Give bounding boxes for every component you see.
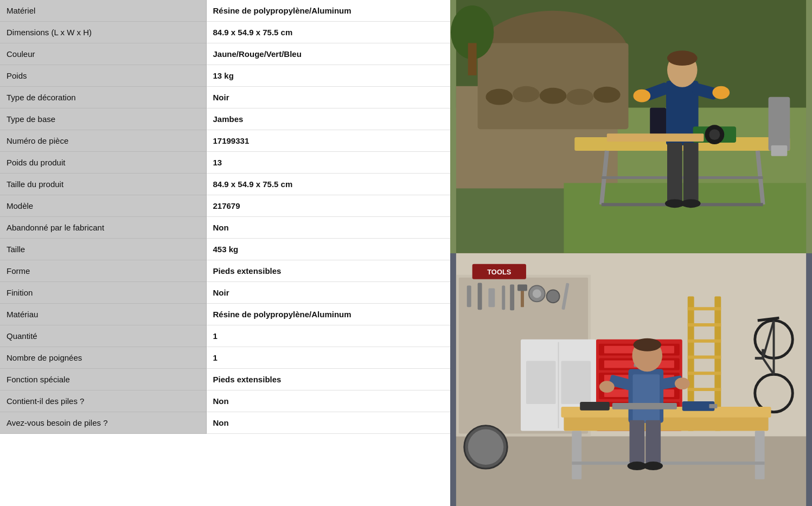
svg-rect-95	[755, 431, 765, 479]
svg-point-6	[513, 86, 540, 103]
spec-label: Avez-vous besoin de piles ?	[0, 412, 206, 434]
table-row: Numéro de pièce17199331	[0, 130, 450, 152]
spec-value: Non	[206, 217, 450, 239]
spec-label: Poids du produit	[0, 152, 206, 174]
spec-label: Contient-il des piles ?	[0, 390, 206, 412]
svg-rect-45	[488, 288, 495, 307]
spec-label: Taille du produit	[0, 174, 206, 195]
image-top	[450, 0, 812, 253]
spec-value: 453 kg	[206, 239, 450, 260]
table-row: MatérielRésine de polypropylène/Aluminum	[0, 0, 450, 22]
svg-rect-33	[607, 133, 704, 142]
spec-label: Numéro de pièce	[0, 130, 206, 152]
spec-value: 1	[206, 325, 450, 347]
svg-rect-22	[683, 143, 699, 202]
spec-value: Jambes	[206, 108, 450, 130]
spec-label: Matériau	[0, 304, 206, 325]
table-row: Type de décorationNoir	[0, 87, 450, 108]
svg-rect-73	[561, 361, 591, 403]
spec-label: Modèle	[0, 195, 206, 217]
svg-rect-34	[769, 97, 790, 151]
svg-rect-46	[502, 285, 505, 310]
spec-value: 217679	[206, 195, 450, 217]
spec-label: Taille	[0, 239, 206, 260]
svg-point-7	[540, 88, 567, 104]
svg-rect-37	[468, 43, 477, 75]
svg-rect-81	[688, 355, 721, 358]
spec-value: Non	[206, 412, 450, 434]
table-row: Quantité1	[0, 325, 450, 347]
spec-label: Forme	[0, 260, 206, 282]
spec-label: Dimensions (L x W x H)	[0, 22, 206, 43]
svg-rect-4	[478, 43, 629, 129]
svg-rect-44	[478, 283, 482, 310]
svg-point-20	[667, 50, 698, 66]
table-row: Type de baseJambes	[0, 108, 450, 130]
svg-rect-21	[667, 143, 682, 202]
table-row: MatériauRésine de polypropylène/Aluminum	[0, 304, 450, 325]
svg-point-32	[709, 129, 720, 140]
svg-rect-102	[645, 420, 661, 463]
svg-rect-83	[688, 388, 721, 391]
svg-point-24	[681, 199, 701, 208]
spec-label: Fonction spéciale	[0, 369, 206, 390]
svg-rect-82	[688, 372, 721, 375]
table-row: Modèle217679	[0, 195, 450, 217]
svg-point-28	[712, 86, 730, 99]
spec-label: Nombre de poignées	[0, 347, 206, 369]
svg-point-52	[547, 290, 560, 303]
spec-value: 1	[206, 347, 450, 369]
svg-point-5	[486, 89, 513, 105]
svg-rect-94	[572, 431, 581, 479]
spec-value: 13 kg	[206, 65, 450, 87]
svg-text:TOOLS: TOOLS	[487, 267, 512, 276]
table-row: CouleurJaune/Rouge/Vert/Bleu	[0, 43, 450, 65]
svg-rect-29	[650, 108, 666, 135]
spec-value: 84.9 x 54.9 x 75.5 cm	[206, 174, 450, 195]
image-bottom: TOOLS	[450, 253, 812, 507]
svg-rect-49	[517, 284, 527, 291]
spec-label: Matériel	[0, 0, 206, 22]
svg-rect-47	[510, 284, 514, 310]
spec-value: Non	[206, 390, 450, 412]
specs-section: MatérielRésine de polypropylène/Aluminum…	[0, 0, 450, 506]
spec-value: 17199331	[206, 130, 450, 152]
images-column: TOOLS	[450, 0, 812, 506]
svg-point-9	[593, 87, 621, 103]
table-row: FormePieds extensibles	[0, 260, 450, 282]
spec-value: Résine de polypropylène/Aluminum	[206, 304, 450, 325]
spec-value: Résine de polypropylène/Aluminum	[206, 0, 450, 22]
svg-point-108	[675, 377, 690, 389]
spec-label: Type de base	[0, 108, 206, 130]
svg-point-27	[633, 89, 650, 103]
spec-value: 84.9 x 54.9 x 75.5 cm	[206, 22, 450, 43]
table-row: Fonction spécialePieds extensibles	[0, 369, 450, 390]
page-container: MatérielRésine de polypropylène/Aluminum…	[0, 0, 812, 506]
table-row: Contient-il des piles ?Non	[0, 390, 450, 412]
svg-point-100	[633, 338, 661, 351]
specs-table: MatérielRésine de polypropylène/Aluminum…	[0, 0, 450, 434]
table-row: Poids du produit13	[0, 152, 450, 174]
table-row: Taille du produit84.9 x 54.9 x 75.5 cm	[0, 174, 450, 195]
spec-label: Quantité	[0, 325, 206, 347]
spec-value: Pieds extensibles	[206, 369, 450, 390]
garage-scene-svg: TOOLS	[450, 253, 812, 507]
svg-rect-78	[688, 307, 721, 310]
table-row: Dimensions (L x W x H)84.9 x 54.9 x 75.5…	[0, 22, 450, 43]
table-row: Nombre de poignées1	[0, 347, 450, 369]
svg-rect-98	[632, 374, 660, 422]
spec-value: 13	[206, 152, 450, 174]
spec-value: Noir	[206, 87, 450, 108]
svg-point-8	[566, 89, 593, 105]
svg-rect-101	[630, 420, 645, 463]
outdoor-scene-svg	[450, 0, 812, 253]
spec-value: Jaune/Rouge/Vert/Bleu	[206, 43, 450, 65]
table-row: Avez-vous besoin de piles ?Non	[0, 412, 450, 434]
spec-label: Finition	[0, 282, 206, 304]
svg-rect-110	[580, 401, 610, 410]
svg-rect-35	[771, 145, 788, 156]
svg-rect-72	[526, 361, 556, 403]
table-row: Poids13 kg	[0, 65, 450, 87]
svg-point-104	[643, 462, 663, 470]
svg-rect-112	[709, 403, 717, 408]
